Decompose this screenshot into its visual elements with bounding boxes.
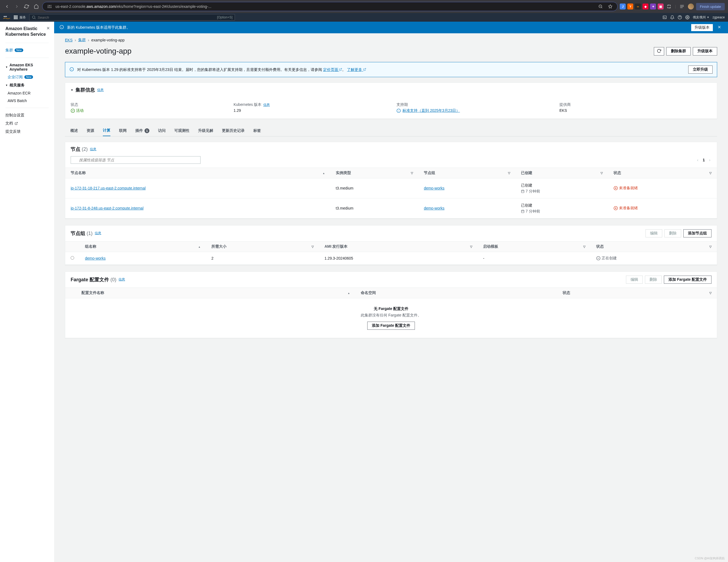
delete-cluster-button[interactable]: 删除集群 bbox=[666, 47, 691, 55]
tab-overview[interactable]: 概述 bbox=[70, 125, 78, 136]
star-icon[interactable] bbox=[606, 3, 614, 10]
sidebar-item-docs[interactable]: 文档 bbox=[0, 119, 54, 127]
edit-fargate-button[interactable]: 编辑 bbox=[626, 275, 643, 284]
upgrade-now-button[interactable]: 立即升级 bbox=[688, 65, 713, 74]
tab-networking[interactable]: 联网 bbox=[119, 125, 127, 136]
delete-nodegroup-button[interactable]: 删除 bbox=[664, 229, 681, 237]
info-link[interactable]: 信息 bbox=[90, 147, 96, 152]
col-launch-template[interactable]: 启动模板 bbox=[478, 241, 591, 252]
forward-icon[interactable] bbox=[13, 3, 21, 10]
next-page-button[interactable]: › bbox=[708, 157, 711, 163]
info-link[interactable]: 信息 bbox=[97, 88, 104, 92]
sidebar-item-enterprise[interactable]: 企业订阅 New bbox=[2, 73, 54, 81]
puzzle-icon[interactable] bbox=[665, 3, 673, 10]
sidebar-section-anywhere[interactable]: ▼ Amazon EKS Anywhere bbox=[0, 61, 54, 73]
aws-search-input[interactable] bbox=[38, 15, 215, 19]
ext-icon-5[interactable]: ✦ bbox=[650, 4, 656, 9]
avatar[interactable] bbox=[688, 4, 694, 9]
sidebar-item-ecr[interactable]: Amazon ECR bbox=[2, 89, 54, 97]
col-namespace[interactable]: 命名空间 bbox=[355, 288, 557, 298]
tab-tags[interactable]: 标签 bbox=[253, 125, 261, 136]
sidebar-section-related[interactable]: ▼ 相关服务 bbox=[0, 81, 54, 89]
filter-icon[interactable] bbox=[709, 291, 711, 295]
breadcrumb-eks[interactable]: EKS bbox=[65, 38, 73, 42]
tab-observability[interactable]: 可观测性 bbox=[174, 125, 189, 136]
sidebar-item-feedback[interactable]: 提交反馈 bbox=[0, 127, 54, 136]
ext-icon-1[interactable]: J bbox=[620, 4, 626, 9]
tab-history[interactable]: 更新历史记录 bbox=[222, 125, 245, 136]
add-nodegroup-button[interactable]: 添加节点组 bbox=[683, 229, 711, 237]
aws-search[interactable]: [Option+S] bbox=[29, 14, 235, 21]
finish-update-button[interactable]: Finish update bbox=[696, 3, 725, 10]
add-fargate-empty-button[interactable]: 添加 Fargate 配置文件 bbox=[367, 322, 415, 330]
tab-addons[interactable]: 插件1 bbox=[135, 125, 149, 136]
col-profile-name[interactable]: 配置文件名称 bbox=[76, 288, 355, 298]
breadcrumb-clusters[interactable]: 集群 bbox=[78, 38, 86, 42]
col-desired-size[interactable]: 所需大小 bbox=[206, 241, 319, 252]
list-icon[interactable] bbox=[678, 3, 686, 10]
learn-more-link[interactable]: 了解更多 bbox=[347, 67, 366, 72]
filter-icon[interactable] bbox=[709, 170, 711, 175]
col-status[interactable]: 状态 bbox=[591, 241, 717, 252]
filter-icon[interactable] bbox=[470, 244, 472, 248]
col-nodegroup[interactable]: 节点组 bbox=[418, 168, 516, 178]
support-value[interactable]: 标准支持（直到 2025年3月23日） bbox=[396, 108, 549, 113]
banner-upgrade-button[interactable]: 升级版本 bbox=[691, 24, 713, 31]
reload-icon[interactable] bbox=[23, 3, 30, 10]
aws-logo[interactable]: aws bbox=[3, 15, 10, 19]
home-icon[interactable] bbox=[32, 3, 40, 10]
close-icon[interactable] bbox=[46, 26, 50, 31]
zoom-icon[interactable] bbox=[597, 3, 604, 10]
ext-icon-6[interactable]: ▦ bbox=[658, 4, 664, 9]
col-ami[interactable]: AMI 发行版本 bbox=[319, 241, 478, 252]
sort-icon[interactable] bbox=[198, 244, 201, 248]
info-link[interactable]: 信息 bbox=[95, 231, 101, 235]
add-fargate-button[interactable]: 添加 Fargate 配置文件 bbox=[664, 275, 711, 284]
col-instance-type[interactable]: 实例类型 bbox=[330, 168, 419, 178]
nodegroup-link[interactable]: demo-works bbox=[85, 256, 106, 260]
filter-icon[interactable] bbox=[709, 244, 711, 248]
tab-resources[interactable]: 资源 bbox=[87, 125, 94, 136]
col-created[interactable]: 已创建 bbox=[516, 168, 608, 178]
delete-fargate-button[interactable]: 删除 bbox=[645, 275, 662, 284]
edit-nodegroup-button[interactable]: 编辑 bbox=[645, 229, 662, 237]
ext-icon-2[interactable]: Y bbox=[627, 4, 633, 9]
prev-page-button[interactable]: ‹ bbox=[696, 157, 700, 163]
settings-icon[interactable] bbox=[685, 15, 690, 19]
sort-icon[interactable] bbox=[347, 291, 350, 295]
url-bar[interactable]: us-east-2.console.aws.amazon.com/eks/hom… bbox=[42, 2, 618, 11]
col-status[interactable]: 状态 bbox=[557, 288, 717, 298]
info-link[interactable]: 信息 bbox=[119, 277, 125, 282]
nodegroup-link[interactable]: demo-works bbox=[424, 206, 444, 210]
filter-icon[interactable] bbox=[583, 244, 585, 248]
tab-compute[interactable]: 计算 bbox=[103, 125, 110, 136]
col-status[interactable]: 状态 bbox=[608, 168, 717, 178]
filter-icon[interactable] bbox=[311, 244, 314, 248]
back-icon[interactable] bbox=[3, 3, 11, 10]
upgrade-version-button[interactable]: 升级版本 bbox=[693, 47, 717, 55]
services-menu[interactable]: 服务 bbox=[14, 15, 26, 20]
nodes-filter-input[interactable] bbox=[71, 156, 201, 164]
tab-access[interactable]: 访问 bbox=[158, 125, 166, 136]
sort-icon[interactable] bbox=[323, 170, 325, 175]
chevron-down-icon[interactable]: ▼ bbox=[71, 88, 73, 91]
sidebar-item-clusters[interactable]: 集群 New bbox=[0, 46, 54, 54]
sidebar-item-console-settings[interactable]: 控制台设置 bbox=[0, 111, 54, 119]
col-group-name[interactable]: 组名称 bbox=[80, 241, 206, 252]
node-link[interactable]: ip-172-31-18-217.us-east-2.compute.inter… bbox=[71, 186, 146, 190]
tune-icon[interactable] bbox=[46, 3, 53, 10]
col-node-name[interactable]: 节点名称 bbox=[65, 168, 330, 178]
sidebar-item-batch[interactable]: AWS Batch bbox=[2, 97, 54, 104]
bell-icon[interactable] bbox=[670, 15, 674, 19]
ext-icon-4[interactable]: ◆ bbox=[642, 4, 648, 9]
filter-icon[interactable] bbox=[411, 170, 413, 175]
user-menu[interactable]: zgpeace bbox=[713, 15, 725, 19]
row-radio[interactable] bbox=[71, 256, 74, 259]
nodegroup-link[interactable]: demo-works bbox=[424, 186, 444, 190]
help-icon[interactable] bbox=[678, 15, 682, 19]
info-link[interactable]: 信息 bbox=[263, 103, 270, 107]
node-link[interactable]: ip-172-31-8-248.us-east-2.compute.intern… bbox=[71, 206, 143, 210]
filter-icon[interactable] bbox=[508, 170, 510, 175]
filter-icon[interactable] bbox=[601, 170, 603, 175]
region-selector[interactable]: 俄亥俄州 ▼ bbox=[693, 15, 709, 20]
